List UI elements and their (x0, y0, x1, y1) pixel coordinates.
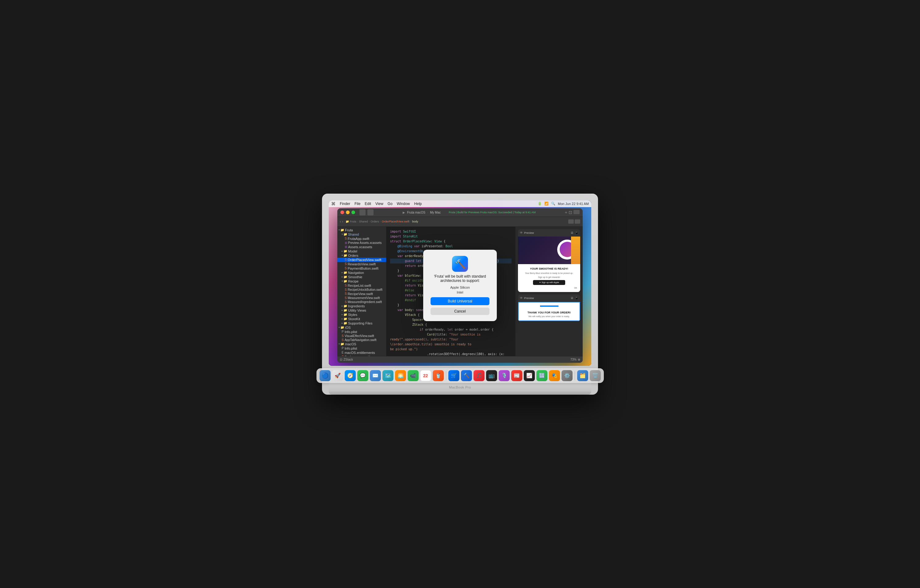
nav-visualeffect[interactable]: S VisualEffectView.swift (337, 334, 386, 338)
nav-styles[interactable]: ▸ 📁 Styles (337, 313, 386, 317)
menu-finder[interactable]: Finder (340, 202, 350, 206)
dock-messages[interactable]: 💬 (357, 370, 368, 381)
dock-xcode[interactable]: 🔨 (461, 370, 472, 381)
dialog-title: 'Fruta' will be built with standard arch… (431, 274, 489, 283)
nav-fruta-app[interactable]: S FrutaApp.swift (337, 237, 386, 241)
play-icon[interactable]: ▶ (403, 211, 405, 214)
search-icon[interactable]: 🔍 (551, 202, 556, 205)
menu-edit[interactable]: Edit (364, 202, 371, 206)
preview-signup-btn[interactable]: ✦ Sign up with Apple (533, 280, 565, 285)
bc-shared[interactable]: Shared (359, 220, 368, 223)
build-universal-button[interactable]: Build Universal (431, 297, 489, 305)
dock-keynote[interactable]: 🎭 (549, 370, 560, 381)
dock-files[interactable]: 🗂️ (577, 370, 588, 381)
menu-file[interactable]: File (355, 202, 360, 206)
nav-utility-views[interactable]: ▸ 📁 Utility Views (337, 308, 386, 313)
nav-root[interactable]: ▾ 📁 Fruta (337, 228, 386, 232)
arch-intel: Intel (450, 290, 470, 295)
split-icon[interactable]: ⊡ (569, 210, 572, 215)
forward-icon[interactable]: › (342, 220, 343, 224)
dock-mail[interactable]: ✉️ (370, 370, 381, 381)
grid-icon[interactable] (368, 209, 374, 215)
preview-card-1: 👁 Preview 🖥 📱 (518, 229, 580, 292)
nav-recipelist[interactable]: S RecipeList.swift (337, 283, 386, 288)
maximize-button[interactable] (351, 210, 355, 214)
clock: Mon Jun 22 9:41 AM (558, 202, 589, 205)
nav-macos-infoplist[interactable]: P Info.plist (337, 346, 386, 351)
nav-rewardsview[interactable]: S RewardsView.swift (337, 262, 386, 266)
dock-stocks[interactable]: 📈 (524, 370, 535, 381)
nav-apptabnavigation[interactable]: S AppTabNavigation.swift (337, 338, 386, 342)
sidebar-toggle-icon[interactable] (360, 209, 366, 215)
menu-go[interactable]: Go (388, 202, 392, 206)
bc-body[interactable]: body (412, 220, 418, 223)
nav-smoothie[interactable]: ▸ 📁 Smoothie (337, 275, 386, 279)
dock-maps[interactable]: 🗺️ (382, 370, 394, 381)
nav-storekit[interactable]: ▸ 📁 StoreKit (337, 317, 386, 321)
nav-shared[interactable]: ▾ 📁 Shared (337, 232, 386, 237)
bc-fruta[interactable]: 📁 Fruta (346, 220, 356, 223)
preview-toolbar-1: 👁 Preview 🖥 📱 (518, 229, 580, 237)
file-navigator: ▾ 📁 Fruta ▾ 📁 Shared (337, 227, 386, 356)
xcode-app-icon: 🔨 (452, 256, 468, 272)
panel-icon[interactable] (573, 210, 580, 214)
nav-orderplacedview[interactable]: S OrderPlacedView.swift (337, 258, 386, 262)
nav-assets[interactable]: ⊞ Assets.xcassets (337, 245, 386, 249)
dock-finder[interactable]: 🔵 (319, 370, 330, 381)
minimize-button[interactable] (346, 210, 350, 214)
phone-icon: 📱 (575, 231, 578, 234)
dock-fruta[interactable]: 🥤 (433, 370, 444, 381)
xcode-toolbar: ‹ › 📁 Fruta › Shared › Orders › OrderPla… (337, 217, 583, 227)
nav-entitlements[interactable]: E macOS.entitlements (337, 351, 386, 355)
back-icon[interactable]: ‹ (340, 220, 341, 224)
zoom-in-icon[interactable]: ⊕ (578, 358, 580, 361)
preview-ok[interactable]: OK (574, 287, 577, 289)
monitor-icon-2: 🖥 (570, 296, 573, 300)
menu-window[interactable]: Window (397, 202, 410, 206)
nav-measurementview[interactable]: S MeasurementView.swift (337, 296, 386, 300)
apple-menu[interactable]: ⌘ (331, 201, 335, 206)
inspector-icon[interactable] (575, 220, 580, 224)
dock-music[interactable]: 🎵 (473, 370, 484, 381)
dock-photos[interactable]: 🌅 (395, 370, 406, 381)
nav-ios[interactable]: ▾ 📁 iOS (337, 325, 386, 330)
dock-trash[interactable]: 🗑️ (590, 370, 601, 381)
close-button[interactable] (340, 210, 344, 214)
macbook-label: MacBook Pro (449, 384, 471, 392)
menu-help[interactable]: Help (414, 202, 422, 206)
bc-orders[interactable]: Orders (371, 220, 379, 223)
dock-numbers[interactable]: 🔢 (536, 370, 547, 381)
nav-paymentbutton[interactable]: S PaymentButton.swift (337, 266, 386, 271)
zstack-label: ZStack (343, 358, 353, 361)
dock-news[interactable]: 📰 (511, 370, 522, 381)
cancel-button[interactable]: Cancel (431, 308, 489, 315)
dock-facetime[interactable]: 📹 (408, 370, 419, 381)
nav-orders[interactable]: ▾ 📁 Orders (337, 254, 386, 258)
nav-ingredients[interactable]: ▸ 📁 Ingredients (337, 304, 386, 308)
dock-safari[interactable]: 🧭 (345, 370, 356, 381)
nav-macos[interactable]: ▾ 📁 macOS (337, 342, 386, 346)
preview-content-2: THANK YOU FOR YOUR ORDER! We will notify… (518, 302, 580, 321)
nav-recipe[interactable]: ▾ 📁 Recipe (337, 279, 386, 283)
dock-tv[interactable]: 📺 (486, 370, 497, 381)
preview-content-1: YOUR SMOOTHIE IS READY! Your Berry Blue … (518, 264, 580, 292)
nav-navigation[interactable]: ▸ 📁 Navigation (337, 271, 386, 275)
nav-ios-infoplist[interactable]: P Info.plist (337, 330, 386, 334)
dock-separator-2 (575, 371, 575, 380)
dock-system-preferences[interactable]: ⚙️ (562, 370, 573, 381)
nav-preview-assets[interactable]: ⊞ Preview Assets.xcassets (337, 241, 386, 245)
dock-appstore[interactable]: 🛒 (448, 370, 459, 381)
nav-recipeunlockbutton[interactable]: S RecipeUnlockButton.swift (337, 288, 386, 292)
dock-podcasts[interactable]: 🎙️ (499, 370, 510, 381)
add-icon[interactable]: + (565, 210, 567, 215)
nav-recipeview[interactable]: S RecipeView.swift (337, 292, 386, 296)
nav-buttons: ‹ › (340, 220, 343, 224)
menu-view[interactable]: View (375, 202, 383, 206)
nav-supporting-files[interactable]: ▸ 📁 Supporting Files (337, 321, 386, 325)
dock-launchpad[interactable]: 🚀 (332, 370, 343, 381)
nav-measuredingredient[interactable]: S MeasuredIngredient.swift (337, 300, 386, 304)
dock-calendar[interactable]: 22 (420, 370, 431, 381)
bc-file[interactable]: OrderPlacedView.swift (382, 220, 410, 223)
split-view-icon[interactable] (568, 220, 574, 224)
nav-model[interactable]: ▸ 📁 Model (337, 249, 386, 254)
